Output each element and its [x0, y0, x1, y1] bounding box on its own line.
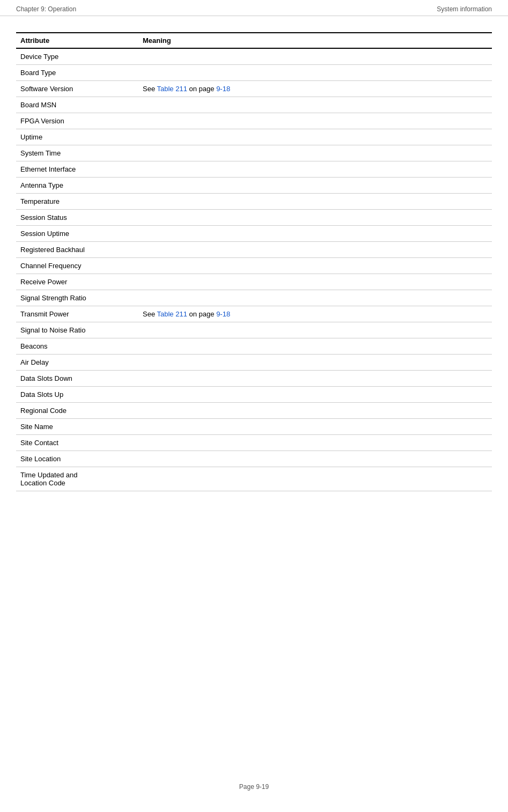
- attribute-cell: Receive Power: [16, 274, 138, 290]
- header-left: Chapter 9: Operation: [16, 5, 76, 13]
- table-row: Channel Frequency: [16, 258, 492, 274]
- attribute-cell: Board Type: [16, 65, 138, 81]
- attribute-cell: Data Slots Down: [16, 371, 138, 387]
- meaning-cell: [138, 226, 492, 242]
- meaning-cell: [138, 48, 492, 65]
- table-row: Data Slots Up: [16, 387, 492, 403]
- table-row: Board Type: [16, 65, 492, 81]
- meaning-cell: [138, 355, 492, 371]
- table-row: Site Location: [16, 451, 492, 467]
- table-row: Time Updated andLocation Code: [16, 467, 492, 491]
- header-right: System information: [437, 5, 492, 13]
- attribute-cell: Ethernet Interface: [16, 161, 138, 178]
- meaning-cell: [138, 194, 492, 210]
- meaning-cell: [138, 258, 492, 274]
- page-header: Chapter 9: Operation System information: [0, 0, 508, 16]
- table-row: Beacons: [16, 338, 492, 355]
- table-row: Uptime: [16, 129, 492, 145]
- table-link[interactable]: Table 211: [157, 85, 187, 93]
- meaning-cell: [138, 113, 492, 129]
- meaning-cell: [138, 145, 492, 161]
- table-row: Antenna Type: [16, 178, 492, 194]
- meaning-cell: [138, 161, 492, 178]
- attribute-cell: Data Slots Up: [16, 387, 138, 403]
- table-header-row: Attribute Meaning: [16, 33, 492, 48]
- col-header-meaning: Meaning: [138, 33, 492, 48]
- meaning-cell: [138, 97, 492, 113]
- meaning-cell: [138, 178, 492, 194]
- table-row: Signal Strength Ratio: [16, 290, 492, 306]
- meaning-cell: [138, 451, 492, 467]
- table-row: Temperature: [16, 194, 492, 210]
- meaning-cell: [138, 290, 492, 306]
- meaning-cell: [138, 210, 492, 226]
- attribute-cell: Uptime: [16, 129, 138, 145]
- meaning-cell: See Table 211 on page 9-18: [138, 306, 492, 322]
- table-row: Receive Power: [16, 274, 492, 290]
- table-row: Ethernet Interface: [16, 161, 492, 178]
- table-row: Session Uptime: [16, 226, 492, 242]
- meaning-cell: [138, 419, 492, 435]
- attribute-cell: Beacons: [16, 338, 138, 355]
- meaning-cell: [138, 242, 492, 258]
- attribute-cell: Signal to Noise Ratio: [16, 322, 138, 338]
- attribute-cell: Regional Code: [16, 403, 138, 419]
- attribute-cell: Session Status: [16, 210, 138, 226]
- meaning-cell: [138, 338, 492, 355]
- meaning-cell: [138, 371, 492, 387]
- table-row: Transmit PowerSee Table 211 on page 9-18: [16, 306, 492, 322]
- page-link[interactable]: 9-18: [216, 85, 230, 93]
- attribute-cell: Signal Strength Ratio: [16, 290, 138, 306]
- attribute-cell: Transmit Power: [16, 306, 138, 322]
- table-row: FPGA Version: [16, 113, 492, 129]
- meaning-cell: [138, 322, 492, 338]
- table-row: Signal to Noise Ratio: [16, 322, 492, 338]
- meaning-cell: [138, 387, 492, 403]
- table-row: Air Delay: [16, 355, 492, 371]
- meaning-cell: [138, 435, 492, 451]
- attribute-cell: System Time: [16, 145, 138, 161]
- attribute-cell: Site Contact: [16, 435, 138, 451]
- table-row: Site Name: [16, 419, 492, 435]
- page-footer: Page 9-19: [0, 783, 508, 791]
- attribute-cell: Device Type: [16, 48, 138, 65]
- attribute-cell: Board MSN: [16, 97, 138, 113]
- table-row: Registered Backhaul: [16, 242, 492, 258]
- page-link[interactable]: 9-18: [216, 310, 230, 318]
- attribute-cell: Site Name: [16, 419, 138, 435]
- table-row: Software VersionSee Table 211 on page 9-…: [16, 81, 492, 97]
- meaning-cell: [138, 467, 492, 491]
- attribute-cell: Registered Backhaul: [16, 242, 138, 258]
- meaning-cell: [138, 129, 492, 145]
- attribute-cell: Software Version: [16, 81, 138, 97]
- attribute-cell: Channel Frequency: [16, 258, 138, 274]
- attribute-cell: Site Location: [16, 451, 138, 467]
- table-row: Site Contact: [16, 435, 492, 451]
- table-row: Board MSN: [16, 97, 492, 113]
- meaning-cell: See Table 211 on page 9-18: [138, 81, 492, 97]
- table-row: Data Slots Down: [16, 371, 492, 387]
- meaning-cell: [138, 274, 492, 290]
- table-row: Session Status: [16, 210, 492, 226]
- attribute-cell: Air Delay: [16, 355, 138, 371]
- attribute-cell: Time Updated andLocation Code: [16, 467, 138, 491]
- attribute-cell: Antenna Type: [16, 178, 138, 194]
- attributes-table: Attribute Meaning Device TypeBoard TypeS…: [16, 32, 492, 491]
- col-header-attribute: Attribute: [16, 33, 138, 48]
- attribute-cell: Session Uptime: [16, 226, 138, 242]
- meaning-cell: [138, 65, 492, 81]
- footer-text: Page 9-19: [239, 783, 269, 791]
- table-row: Regional Code: [16, 403, 492, 419]
- table-link[interactable]: Table 211: [157, 310, 187, 318]
- table-row: Device Type: [16, 48, 492, 65]
- main-content: Attribute Meaning Device TypeBoard TypeS…: [0, 16, 508, 502]
- attribute-cell: Temperature: [16, 194, 138, 210]
- attribute-cell: FPGA Version: [16, 113, 138, 129]
- meaning-cell: [138, 403, 492, 419]
- table-row: System Time: [16, 145, 492, 161]
